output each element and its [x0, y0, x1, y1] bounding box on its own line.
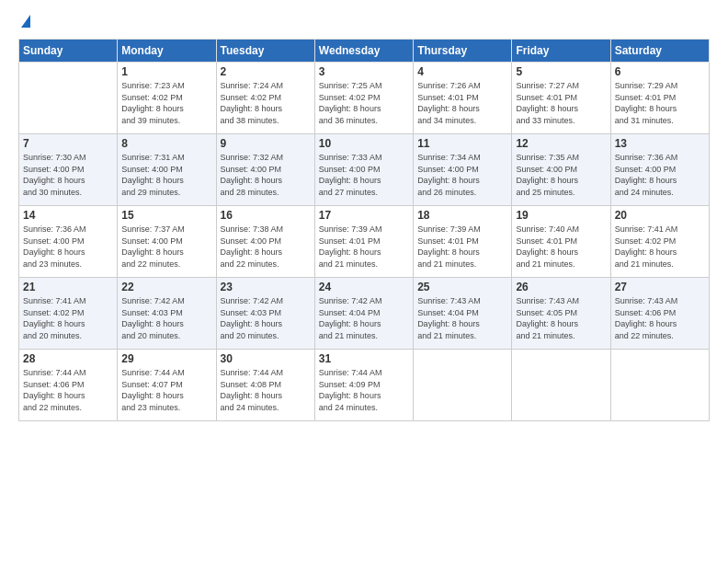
days-of-week-row: SundayMondayTuesdayWednesdayThursdayFrid… [19, 40, 710, 63]
calendar-cell [414, 350, 512, 421]
calendar-cell: 21Sunrise: 7:41 AM Sunset: 4:02 PM Dayli… [19, 278, 118, 350]
calendar-cell: 27Sunrise: 7:43 AM Sunset: 4:06 PM Dayli… [610, 278, 709, 350]
calendar-cell: 24Sunrise: 7:42 AM Sunset: 4:04 PM Dayli… [314, 278, 413, 350]
day-info: Sunrise: 7:27 AM Sunset: 4:01 PM Dayligh… [516, 80, 606, 126]
calendar-cell [512, 350, 610, 421]
calendar-cell: 13Sunrise: 7:36 AM Sunset: 4:00 PM Dayli… [610, 134, 709, 206]
calendar-week-row: 14Sunrise: 7:36 AM Sunset: 4:00 PM Dayli… [19, 206, 710, 278]
day-number: 15 [121, 209, 211, 222]
calendar-cell: 11Sunrise: 7:34 AM Sunset: 4:00 PM Dayli… [414, 134, 512, 206]
day-info: Sunrise: 7:36 AM Sunset: 4:00 PM Dayligh… [615, 152, 705, 198]
day-number: 11 [417, 137, 507, 150]
calendar-week-row: 28Sunrise: 7:44 AM Sunset: 4:06 PM Dayli… [19, 350, 710, 421]
day-info: Sunrise: 7:26 AM Sunset: 4:01 PM Dayligh… [417, 80, 507, 126]
calendar-page: SundayMondayTuesdayWednesdayThursdayFrid… [0, 0, 728, 563]
day-number: 28 [23, 352, 113, 365]
calendar-cell: 4Sunrise: 7:26 AM Sunset: 4:01 PM Daylig… [414, 63, 512, 134]
calendar-cell [610, 350, 709, 421]
calendar-cell: 16Sunrise: 7:38 AM Sunset: 4:00 PM Dayli… [216, 206, 314, 278]
logo-triangle-icon [21, 15, 30, 28]
calendar-cell: 5Sunrise: 7:27 AM Sunset: 4:01 PM Daylig… [512, 63, 610, 134]
day-info: Sunrise: 7:24 AM Sunset: 4:02 PM Dayligh… [221, 80, 311, 126]
day-number: 19 [516, 209, 606, 222]
calendar-week-row: 1Sunrise: 7:23 AM Sunset: 4:02 PM Daylig… [19, 63, 710, 134]
day-number: 29 [121, 352, 211, 365]
day-number: 4 [417, 65, 507, 78]
calendar-cell: 31Sunrise: 7:44 AM Sunset: 4:09 PM Dayli… [314, 350, 413, 421]
day-of-week-header: Saturday [610, 40, 709, 63]
calendar-cell: 2Sunrise: 7:24 AM Sunset: 4:02 PM Daylig… [216, 63, 314, 134]
day-number: 8 [121, 137, 211, 150]
day-of-week-header: Wednesday [314, 40, 413, 63]
calendar-cell: 17Sunrise: 7:39 AM Sunset: 4:01 PM Dayli… [314, 206, 413, 278]
day-info: Sunrise: 7:42 AM Sunset: 4:04 PM Dayligh… [319, 295, 409, 341]
day-info: Sunrise: 7:34 AM Sunset: 4:00 PM Dayligh… [417, 152, 507, 198]
day-number: 16 [221, 209, 311, 222]
day-number: 18 [417, 209, 507, 222]
day-number: 2 [221, 65, 311, 78]
day-info: Sunrise: 7:35 AM Sunset: 4:00 PM Dayligh… [516, 152, 606, 198]
day-number: 9 [221, 137, 311, 150]
day-number: 3 [319, 65, 409, 78]
calendar-cell: 22Sunrise: 7:42 AM Sunset: 4:03 PM Dayli… [118, 278, 216, 350]
calendar-cell: 12Sunrise: 7:35 AM Sunset: 4:00 PM Dayli… [512, 134, 610, 206]
day-number: 17 [319, 209, 409, 222]
day-info: Sunrise: 7:44 AM Sunset: 4:09 PM Dayligh… [319, 367, 409, 413]
day-number: 23 [221, 281, 311, 293]
calendar-cell: 29Sunrise: 7:44 AM Sunset: 4:07 PM Dayli… [118, 350, 216, 421]
day-number: 13 [615, 137, 705, 150]
calendar-table: SundayMondayTuesdayWednesdayThursdayFrid… [18, 39, 710, 421]
day-number: 6 [615, 65, 705, 78]
calendar-cell: 9Sunrise: 7:32 AM Sunset: 4:00 PM Daylig… [216, 134, 314, 206]
calendar-cell: 6Sunrise: 7:29 AM Sunset: 4:01 PM Daylig… [610, 63, 709, 134]
day-of-week-header: Monday [118, 40, 216, 63]
day-info: Sunrise: 7:42 AM Sunset: 4:03 PM Dayligh… [221, 295, 311, 341]
calendar-cell: 1Sunrise: 7:23 AM Sunset: 4:02 PM Daylig… [118, 63, 216, 134]
day-number: 31 [319, 352, 409, 365]
calendar-cell [19, 63, 118, 134]
calendar-cell: 18Sunrise: 7:39 AM Sunset: 4:01 PM Dayli… [414, 206, 512, 278]
day-info: Sunrise: 7:41 AM Sunset: 4:02 PM Dayligh… [615, 224, 705, 270]
day-info: Sunrise: 7:31 AM Sunset: 4:00 PM Dayligh… [121, 152, 211, 198]
day-number: 5 [516, 65, 606, 78]
day-number: 20 [615, 209, 705, 222]
logo [18, 15, 30, 29]
day-info: Sunrise: 7:25 AM Sunset: 4:02 PM Dayligh… [319, 80, 409, 126]
calendar-cell: 15Sunrise: 7:37 AM Sunset: 4:00 PM Dayli… [118, 206, 216, 278]
day-info: Sunrise: 7:30 AM Sunset: 4:00 PM Dayligh… [23, 152, 113, 198]
day-number: 21 [23, 281, 113, 293]
day-info: Sunrise: 7:43 AM Sunset: 4:05 PM Dayligh… [516, 295, 606, 341]
calendar-week-row: 7Sunrise: 7:30 AM Sunset: 4:00 PM Daylig… [19, 134, 710, 206]
day-of-week-header: Thursday [414, 40, 512, 63]
calendar-cell: 20Sunrise: 7:41 AM Sunset: 4:02 PM Dayli… [610, 206, 709, 278]
day-number: 14 [23, 209, 113, 222]
day-number: 1 [121, 65, 211, 78]
calendar-cell: 3Sunrise: 7:25 AM Sunset: 4:02 PM Daylig… [314, 63, 413, 134]
day-info: Sunrise: 7:36 AM Sunset: 4:00 PM Dayligh… [23, 224, 113, 270]
day-of-week-header: Sunday [19, 40, 118, 63]
day-info: Sunrise: 7:39 AM Sunset: 4:01 PM Dayligh… [319, 224, 409, 270]
calendar-week-row: 21Sunrise: 7:41 AM Sunset: 4:02 PM Dayli… [19, 278, 710, 350]
day-of-week-header: Friday [512, 40, 610, 63]
day-info: Sunrise: 7:33 AM Sunset: 4:00 PM Dayligh… [319, 152, 409, 198]
calendar-cell: 8Sunrise: 7:31 AM Sunset: 4:00 PM Daylig… [118, 134, 216, 206]
calendar-cell: 26Sunrise: 7:43 AM Sunset: 4:05 PM Dayli… [512, 278, 610, 350]
calendar-cell: 7Sunrise: 7:30 AM Sunset: 4:00 PM Daylig… [19, 134, 118, 206]
calendar-cell: 25Sunrise: 7:43 AM Sunset: 4:04 PM Dayli… [414, 278, 512, 350]
calendar-cell: 10Sunrise: 7:33 AM Sunset: 4:00 PM Dayli… [314, 134, 413, 206]
calendar-cell: 28Sunrise: 7:44 AM Sunset: 4:06 PM Dayli… [19, 350, 118, 421]
calendar-cell: 30Sunrise: 7:44 AM Sunset: 4:08 PM Dayli… [216, 350, 314, 421]
day-info: Sunrise: 7:39 AM Sunset: 4:01 PM Dayligh… [417, 224, 507, 270]
day-number: 10 [319, 137, 409, 150]
day-info: Sunrise: 7:32 AM Sunset: 4:00 PM Dayligh… [221, 152, 311, 198]
day-info: Sunrise: 7:41 AM Sunset: 4:02 PM Dayligh… [23, 295, 113, 341]
day-number: 7 [23, 137, 113, 150]
calendar-cell: 23Sunrise: 7:42 AM Sunset: 4:03 PM Dayli… [216, 278, 314, 350]
day-number: 25 [417, 281, 507, 293]
day-info: Sunrise: 7:40 AM Sunset: 4:01 PM Dayligh… [516, 224, 606, 270]
day-info: Sunrise: 7:42 AM Sunset: 4:03 PM Dayligh… [121, 295, 211, 341]
day-info: Sunrise: 7:44 AM Sunset: 4:08 PM Dayligh… [221, 367, 311, 413]
day-info: Sunrise: 7:43 AM Sunset: 4:06 PM Dayligh… [615, 295, 705, 341]
day-number: 22 [121, 281, 211, 293]
calendar-cell: 19Sunrise: 7:40 AM Sunset: 4:01 PM Dayli… [512, 206, 610, 278]
